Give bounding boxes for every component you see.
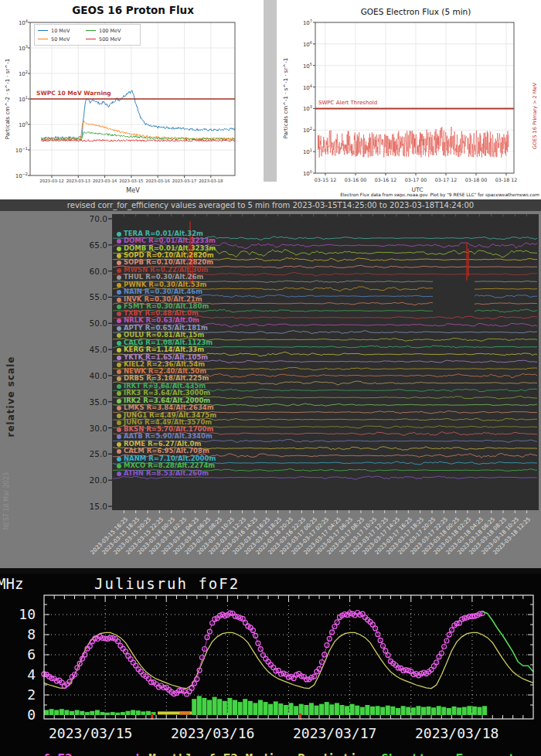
fof2-legend-item: Monthly foF2 Median Prediction — [148, 751, 372, 756]
fof2-spread-bar — [376, 706, 380, 715]
trace-NAIN — [475, 295, 537, 298]
fof2-spread-bar — [64, 710, 69, 716]
electron-threshold-label: SWPC Alert Threshold — [318, 100, 377, 106]
fof2-spread-bar — [284, 705, 288, 715]
electron-y-axis-label: Particals cm^-1 · s^-1 · sr^-1 — [283, 58, 289, 138]
station-dot — [117, 369, 121, 374]
proton-legend-item: 50 MeV — [38, 36, 86, 43]
fof2-legend-item: foF2 measured — [43, 751, 139, 756]
station-dot — [117, 290, 121, 295]
proton-series-10-MeV — [41, 90, 234, 139]
fof2-spread-bar — [365, 705, 369, 715]
electron-y-tick-label: 107 — [294, 19, 312, 26]
station-dot — [117, 333, 121, 338]
station-dot — [117, 275, 121, 280]
station-dot — [117, 384, 121, 389]
station-dot — [117, 457, 121, 461]
fof2-spread-bar — [457, 707, 461, 715]
legend-item-label: 10 MeV — [51, 28, 70, 34]
riometer-y-tick-label: 25.0 — [73, 449, 107, 458]
station-dot — [117, 464, 121, 468]
riometer-y-tick-label: 30.0 — [73, 424, 107, 433]
fof2-spread-bar — [44, 710, 49, 716]
fof2-orange-band — [179, 711, 190, 714]
trace-THUL — [475, 281, 537, 282]
proton-y-tick-label: 102 — [8, 70, 28, 77]
fof2-y-tick-label: 6 — [5, 646, 36, 662]
fof2-spread-bar — [411, 707, 416, 715]
station-dot — [117, 261, 121, 265]
legend-item-label: 50 MeV — [51, 36, 70, 43]
electron-x-tick-label: 03-18 00 — [459, 177, 493, 182]
station-dot — [117, 356, 121, 360]
electron-y-tick-label: 106 — [294, 40, 312, 48]
proton-y-tick-label: 100 — [8, 121, 28, 128]
trace-INVK — [475, 303, 537, 305]
fof2-spread-bar — [437, 706, 441, 715]
fof2-spread-bar — [340, 705, 345, 715]
station-dot — [117, 254, 121, 258]
fof2-spread-bar — [421, 707, 426, 715]
proton-y-tick-label: 10−2 — [8, 172, 28, 179]
electron-y-tick-label: 104 — [294, 83, 312, 91]
proton-y-tick-label: 101 — [8, 95, 28, 103]
top-charts-section: GEOS 16 Proton Flux Particals cm^-2 · s^… — [0, 0, 541, 199]
fof2-spread-bar — [396, 708, 400, 715]
riometer-y-tick-label: 20.0 — [73, 475, 107, 485]
legend-item-label: 100 MeV — [99, 28, 121, 34]
fof2-measured-point — [118, 643, 123, 648]
fof2-spread-bar — [370, 707, 375, 715]
fof2-y-tick-label: 0 — [5, 707, 36, 723]
riometer-y-tick-label: 15.0 — [73, 502, 107, 511]
fof2-y-tick-label: 10 — [5, 606, 36, 622]
fof2-spread-bar — [49, 709, 54, 715]
station-dot — [117, 414, 121, 418]
fof2-spread-bar — [111, 712, 115, 715]
fof2-x-day-label: 2023/03/17 — [293, 725, 376, 741]
proton-x-axis-label: MeV — [108, 187, 158, 194]
proton-legend-item: 500 MeV — [86, 36, 137, 43]
fof2-spread-bar — [105, 713, 110, 715]
fof2-spread-bar — [278, 703, 283, 715]
fof2-spread-bar — [447, 708, 451, 715]
electron-x-tick-label: 03-16 00 — [339, 177, 373, 182]
fof2-spread-bar — [85, 712, 90, 715]
fof2-spread-bar — [380, 707, 385, 715]
proton-legend-item: 100 MeV — [86, 28, 137, 34]
fof2-spread-bar — [115, 713, 120, 715]
legend-item-label: 500 MeV — [99, 36, 121, 43]
riometer-panel: revised corr_for_efficiency values avera… — [0, 199, 541, 574]
riometer-title: revised corr_for_efficiency values avera… — [0, 199, 541, 211]
fof2-spread-bar — [60, 709, 64, 715]
fof2-spread-bar — [192, 699, 196, 715]
riometer-station-label: ATHN R=8.53/Alt.260m — [117, 469, 209, 477]
trace-PWNK — [475, 288, 537, 289]
fof2-spread-bar — [350, 704, 355, 715]
station-dot — [117, 427, 121, 432]
electron-x-tick-label: 03-16 12 — [369, 177, 403, 182]
riometer-y-tick-label: 65.0 — [73, 240, 107, 250]
legend-line-swatch — [86, 30, 96, 31]
fof2-spread-bar — [233, 700, 237, 716]
fof2-spread-bar — [467, 706, 471, 715]
fof2-spread-bar — [452, 707, 457, 715]
fof2-spread-bar — [207, 700, 212, 716]
fof2-legend: foF2 measuredMonthly foF2 Median Predict… — [43, 751, 525, 756]
legend-line-swatch — [86, 39, 96, 39]
riometer-y-tick-label: 40.0 — [73, 371, 107, 380]
fof2-spread-bar — [126, 711, 131, 715]
fof2-spread-bar — [213, 697, 217, 715]
riometer-y-axis-label: relative scale — [5, 356, 16, 438]
fof2-spread-bar — [416, 706, 420, 715]
fof2-spread-bar — [146, 711, 151, 715]
riometer-y-tick-label: 45.0 — [73, 345, 107, 354]
fof2-spread-bar — [427, 707, 431, 715]
fof2-spread-bar — [289, 703, 294, 715]
fof2-legend-item: Shortterm-Forecast — [381, 751, 515, 756]
fof2-spread-bar — [335, 703, 339, 715]
fof2-spread-bar — [268, 704, 273, 715]
fof2-spread-bar — [258, 700, 263, 716]
proton-y-tick-label: 104 — [8, 19, 28, 26]
legend-line-swatch — [38, 30, 48, 31]
fof2-x-day-label: 2023/03/15 — [49, 725, 132, 741]
